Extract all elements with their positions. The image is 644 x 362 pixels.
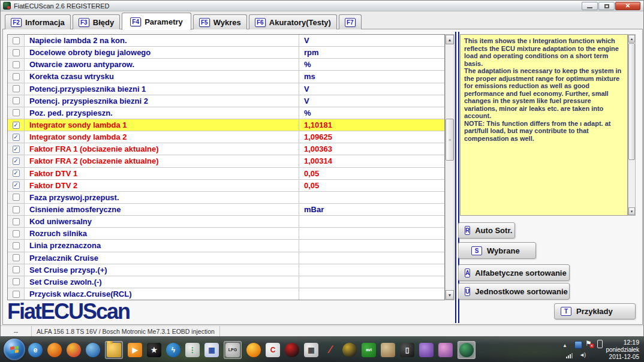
- tab-akuratory-testy-[interactable]: F6Akuratory(Testy): [249, 14, 337, 29]
- internet-explorer-icon[interactable]: e: [28, 343, 43, 357]
- tab-błędy[interactable]: F3Błędy: [73, 14, 120, 29]
- pink-app-icon[interactable]: [438, 343, 453, 357]
- scroll-up-arrow-icon[interactable]: ▲: [446, 35, 454, 44]
- row-checkbox[interactable]: [13, 230, 20, 237]
- table-row[interactable]: ✓Faktor FRA 1 (obciazenie aktualne)1,003…: [8, 143, 444, 155]
- checkbox-cell: [8, 59, 25, 70]
- chrome-icon[interactable]: [67, 343, 81, 357]
- row-checkbox[interactable]: [13, 291, 20, 298]
- row-checkbox[interactable]: [13, 73, 20, 80]
- lightning-app-icon[interactable]: ϟ: [166, 343, 180, 357]
- active-green-app-icon[interactable]: [459, 343, 474, 357]
- table-row[interactable]: Docelowe obroty biegu jalowegorpm: [8, 47, 444, 59]
- black-red-circle-icon[interactable]: [285, 343, 299, 357]
- param-name: Faktor FRA 2 (obciazenie aktualne): [25, 155, 299, 167]
- table-row[interactable]: Rozruch silnika: [8, 228, 444, 240]
- row-checkbox[interactable]: [13, 242, 20, 249]
- table-row[interactable]: Linia przeznaczona: [8, 240, 444, 252]
- row-checkbox[interactable]: [13, 266, 20, 273]
- explorer-folder-icon[interactable]: [107, 343, 121, 357]
- red-swoosh-icon[interactable]: ∕: [323, 343, 338, 357]
- lpg-software-icon[interactable]: LPG: [225, 343, 240, 357]
- table-row[interactable]: ✓Faktor DTV 10,05: [8, 168, 444, 180]
- row-checkbox[interactable]: [13, 194, 20, 201]
- tab-f7[interactable]: F7: [339, 14, 362, 29]
- row-checkbox[interactable]: ✓: [13, 170, 20, 177]
- table-row[interactable]: Poz. ped. przyspieszn.%: [8, 107, 444, 119]
- minimize-button[interactable]: [582, 2, 598, 10]
- tab-wykres[interactable]: F5Wykres: [193, 14, 247, 29]
- table-row[interactable]: Set Cruise zwoln.(-): [8, 276, 444, 288]
- row-checkbox[interactable]: ✓: [13, 182, 20, 189]
- speaker-icon[interactable]: ◄): [579, 352, 585, 358]
- examples-button[interactable]: T Przykłady: [554, 303, 636, 319]
- tab-informacja[interactable]: F2Informacja: [5, 14, 71, 29]
- network-signal-icon[interactable]: [566, 352, 574, 358]
- table-row[interactable]: ✓Integrator sondy lambda 11,10181: [8, 119, 444, 131]
- media-player-icon[interactable]: ▶: [128, 343, 142, 357]
- row-checkbox[interactable]: [13, 85, 20, 92]
- row-checkbox[interactable]: [13, 278, 20, 285]
- hidden-icons-arrow-icon[interactable]: ▲: [562, 343, 567, 348]
- dark-yellow-circle-icon[interactable]: [342, 343, 357, 357]
- tan-app-icon[interactable]: [381, 343, 395, 357]
- table-row[interactable]: ✓Faktor DTV 20,05: [8, 180, 444, 192]
- info-scrollbar[interactable]: ▲ ▼: [628, 34, 636, 216]
- start-button[interactable]: [4, 339, 25, 360]
- scrollbar-thumb[interactable]: ≡: [446, 119, 454, 161]
- table-row[interactable]: Potencj.przyspiesznika biezni 1V: [8, 83, 444, 95]
- row-checkbox[interactable]: [13, 218, 20, 225]
- wybrane-button[interactable]: SWybrane: [458, 242, 536, 259]
- purple-app-icon[interactable]: [419, 343, 434, 357]
- tab-parametry[interactable]: F4Parametry: [122, 13, 191, 30]
- table-row[interactable]: ✓Integrator sondy lambda 21,09625: [8, 131, 444, 143]
- maximize-button[interactable]: [598, 2, 615, 10]
- table-row[interactable]: Napiecie lambda 2 na kon.V: [8, 35, 444, 47]
- alfabetyczne-sortowanie-button[interactable]: AAlfabetyczne sortowanie: [458, 264, 570, 281]
- traffic-light-icon[interactable]: ⋮: [185, 343, 200, 357]
- table-row[interactable]: Korekta czasu wtryskums: [8, 71, 444, 83]
- row-checkbox[interactable]: [13, 61, 20, 68]
- taskbar-clock[interactable]: 12:19 poniedziałek 2011-12-05: [600, 339, 639, 361]
- scrollbar-thumb[interactable]: [628, 43, 635, 160]
- phone-device-icon[interactable]: ▯: [400, 343, 414, 357]
- red-c-app-icon[interactable]: C: [266, 343, 280, 357]
- table-row[interactable]: Faza przyswoj.przepust.: [8, 192, 444, 204]
- tray-app-icon[interactable]: [574, 341, 582, 349]
- table-row[interactable]: Potencj. przyspiesznika biezni 2V: [8, 95, 444, 107]
- table-row[interactable]: Przelacznik Cruise: [8, 252, 444, 264]
- orange-ball-icon[interactable]: [246, 343, 261, 357]
- action-center-flag-icon[interactable]: ⚑✕: [585, 340, 592, 347]
- table-row[interactable]: Cisnienie atmosferycznemBar: [8, 204, 444, 216]
- tab-fkey-badge: F5: [199, 18, 210, 27]
- table-row[interactable]: ✓Faktor FRA 2 (obciazenie aktualne)1,003…: [8, 155, 444, 167]
- blue-app-icon[interactable]: [86, 343, 100, 357]
- auto-sotr--button[interactable]: RAuto Sotr.: [458, 222, 515, 239]
- row-checkbox[interactable]: [13, 109, 20, 116]
- row-checkbox[interactable]: [13, 206, 20, 213]
- row-checkbox[interactable]: [13, 254, 20, 261]
- row-checkbox[interactable]: [13, 49, 20, 56]
- row-checkbox[interactable]: ✓: [13, 134, 20, 141]
- firefox-icon[interactable]: [47, 343, 62, 357]
- calculator-icon[interactable]: ▦: [304, 343, 318, 357]
- row-checkbox[interactable]: ✓: [13, 146, 20, 153]
- scroll-down-arrow-icon[interactable]: ▼: [628, 207, 635, 215]
- scroll-up-arrow-icon[interactable]: ▲: [628, 35, 635, 43]
- table-scrollbar[interactable]: ▲ ≡ ▼: [445, 34, 455, 300]
- row-checkbox[interactable]: ✓: [13, 122, 20, 129]
- backup-disk-icon[interactable]: ▦: [204, 343, 219, 357]
- param-value: %: [299, 59, 444, 70]
- table-row[interactable]: Set Cruise przysp.(+): [8, 264, 444, 276]
- table-row[interactable]: Otwarcie zaworu antyparow.%: [8, 59, 444, 71]
- cat-app-icon[interactable]: ★: [147, 343, 161, 357]
- jednostkowe-sortowanie-button[interactable]: UJednostkowe sortowanie: [458, 283, 570, 300]
- table-row[interactable]: Przycisk wlacz.Cruise(RCL): [8, 288, 444, 300]
- scroll-down-arrow-icon[interactable]: ▼: [446, 290, 454, 300]
- row-checkbox[interactable]: [13, 37, 20, 44]
- table-row[interactable]: Kod uniwersalny: [8, 216, 444, 228]
- avi-codec-icon[interactable]: avi: [362, 343, 376, 357]
- row-checkbox[interactable]: ✓: [13, 158, 20, 165]
- row-checkbox[interactable]: [13, 97, 20, 104]
- close-button[interactable]: ✕: [615, 2, 640, 10]
